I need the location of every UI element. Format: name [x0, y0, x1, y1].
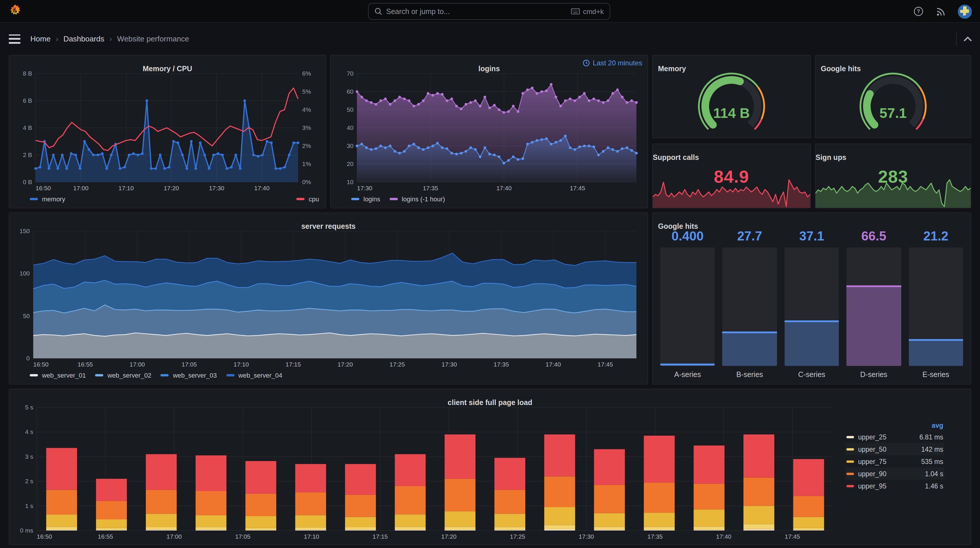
- svg-text:17:45: 17:45: [598, 361, 613, 368]
- grafana-logo-icon[interactable]: [8, 3, 23, 19]
- bargauge-track: [660, 247, 715, 366]
- svg-text:40: 40: [347, 124, 353, 131]
- breadcrumb-home[interactable]: Home: [30, 34, 51, 43]
- svg-text:17:15: 17:15: [286, 361, 301, 368]
- svg-text:16:55: 16:55: [98, 533, 113, 540]
- google-hits-gauge[interactable]: 57.1: [821, 70, 966, 134]
- server-requests-legend: web_server_01web_server_02web_server_03w…: [14, 368, 642, 380]
- legend-item-web_server_02[interactable]: web_server_02: [95, 371, 151, 379]
- svg-text:0%: 0%: [302, 178, 311, 185]
- bargauge-value: 27.7: [722, 229, 777, 247]
- help-icon[interactable]: ?: [912, 6, 924, 17]
- legend-series-name[interactable]: upper_25: [857, 431, 899, 443]
- legend-series-name[interactable]: upper_90: [857, 467, 899, 480]
- bargauge-label: C-series: [784, 366, 839, 380]
- svg-text:2%: 2%: [302, 142, 311, 149]
- legend-item-logins (-1 hour)[interactable]: logins (-1 hour): [390, 195, 445, 202]
- svg-text:5 s: 5 s: [25, 404, 33, 411]
- svg-text:16:55: 16:55: [78, 361, 93, 368]
- svg-text:60: 60: [347, 88, 353, 95]
- svg-text:17:20: 17:20: [441, 533, 457, 540]
- svg-text:16:50: 16:50: [33, 361, 49, 368]
- legend-item-web_server_04[interactable]: web_server_04: [226, 371, 282, 379]
- legend-item-web_server_01[interactable]: web_server_01: [30, 371, 86, 379]
- breadcrumb-bar: Home › Dashboards › Website performance: [0, 23, 980, 54]
- legend-series-name[interactable]: upper_75: [857, 455, 899, 467]
- bargauge-E-series[interactable]: 21.2E-series: [908, 229, 963, 380]
- page-load-chart[interactable]: 0 ms1 s2 s3 s4 s5 s16:5016:5517:0017:051…: [14, 404, 838, 540]
- bargauge-track: [908, 247, 963, 366]
- svg-text:17:10: 17:10: [304, 533, 320, 540]
- breadcrumb: Home › Dashboards › Website performance: [30, 34, 189, 43]
- menu-toggle-icon[interactable]: [9, 34, 21, 43]
- divider: [956, 32, 957, 45]
- svg-text:17:30: 17:30: [442, 361, 457, 368]
- memory-cpu-chart[interactable]: 0 B2 B4 B6 B8 B0%1%2%3%4%5%6%16:5017:001…: [14, 70, 320, 192]
- legend-swatch: [846, 485, 854, 487]
- panel-google-hits-gauge: Google hits 57.1: [815, 55, 971, 138]
- svg-text:17:00: 17:00: [73, 185, 89, 191]
- search-placeholder: Search or jump to...: [386, 7, 567, 16]
- legend-label: cpu: [309, 195, 320, 202]
- svg-text:100: 100: [19, 270, 30, 277]
- legend-avg-value: 535 ms: [899, 455, 944, 467]
- legend-avg-value: 1.04 s: [899, 467, 944, 480]
- memory-gauge[interactable]: 114 B: [658, 70, 805, 134]
- svg-text:30: 30: [347, 142, 353, 149]
- memory-cpu-legend: memorycpu: [14, 192, 320, 204]
- svg-text:0 B: 0 B: [23, 178, 32, 185]
- svg-text:8 B: 8 B: [23, 70, 32, 77]
- legend-series-name[interactable]: upper_95: [857, 480, 899, 492]
- search-icon: [374, 8, 382, 15]
- svg-text:6 B: 6 B: [23, 97, 32, 104]
- breadcrumb-dashboards[interactable]: Dashboards: [63, 34, 104, 43]
- google-hits-bargauge[interactable]: 0.400A-series27.7B-series37.1C-series66.…: [658, 228, 966, 380]
- bargauge-value: 21.2: [908, 229, 963, 247]
- search-input[interactable]: Search or jump to... cmd+k: [368, 3, 610, 20]
- user-avatar[interactable]: [958, 5, 972, 18]
- server-requests-chart[interactable]: 05010015016:5016:5517:0017:0517:1017:151…: [14, 228, 642, 368]
- bargauge-label: A-series: [660, 366, 715, 380]
- support-calls-stat[interactable]: 84.9: [653, 159, 810, 208]
- bargauge-value: 0.400: [660, 229, 715, 247]
- svg-text:17:35: 17:35: [493, 361, 509, 368]
- legend-swatch: [846, 472, 854, 475]
- svg-text:70: 70: [347, 70, 353, 77]
- svg-text:5%: 5%: [302, 88, 311, 95]
- svg-text:17:40: 17:40: [716, 533, 732, 540]
- panel-server-requests: server requests 05010015016:5016:5517:00…: [9, 212, 648, 385]
- panel-page-load: client side full page load 0 ms1 s2 s3 s…: [9, 389, 971, 545]
- legend-avg-header: avg: [899, 420, 944, 431]
- legend-item-logins[interactable]: logins: [351, 195, 380, 202]
- svg-text:17:40: 17:40: [255, 185, 270, 191]
- bargauge-D-series[interactable]: 66.5D-series: [846, 229, 901, 380]
- logins-chart[interactable]: 1020304050607017:3017:3517:4017:45: [336, 70, 642, 192]
- news-rss-icon[interactable]: [935, 6, 947, 17]
- svg-text:17:00: 17:00: [167, 533, 182, 540]
- legend-swatch: [30, 198, 38, 200]
- bargauge-A-series[interactable]: 0.400A-series: [660, 229, 715, 380]
- bargauge-B-series[interactable]: 27.7B-series: [722, 229, 777, 380]
- svg-text:114 B: 114 B: [713, 105, 749, 121]
- svg-text:0 ms: 0 ms: [20, 527, 33, 534]
- bargauge-C-series[interactable]: 37.1C-series: [784, 229, 839, 380]
- legend-series-name[interactable]: upper_50: [857, 443, 899, 455]
- sign-ups-stat[interactable]: 283: [816, 159, 970, 208]
- panel-title[interactable]: Google hits: [658, 223, 966, 231]
- legend-item-memory[interactable]: memory: [30, 195, 65, 202]
- top-nav: Search or jump to... cmd+k ?: [0, 0, 980, 23]
- legend-label: web_server_03: [173, 371, 217, 379]
- time-range-badge[interactable]: Last 20 minutes: [583, 59, 642, 67]
- svg-text:17:30: 17:30: [579, 533, 594, 540]
- logins-legend: loginslogins (-1 hour): [336, 192, 642, 204]
- svg-text:4 B: 4 B: [23, 124, 32, 131]
- legend-item-web_server_03[interactable]: web_server_03: [161, 371, 217, 379]
- svg-text:17:20: 17:20: [164, 185, 179, 191]
- legend-swatch: [390, 198, 398, 200]
- svg-text:17:10: 17:10: [234, 361, 249, 368]
- svg-text:17:05: 17:05: [235, 533, 251, 540]
- collapse-chevron-icon[interactable]: [964, 36, 972, 41]
- bargauge-track: [784, 247, 839, 366]
- legend-item-cpu[interactable]: cpu: [297, 195, 320, 202]
- svg-text:17:45: 17:45: [570, 185, 585, 191]
